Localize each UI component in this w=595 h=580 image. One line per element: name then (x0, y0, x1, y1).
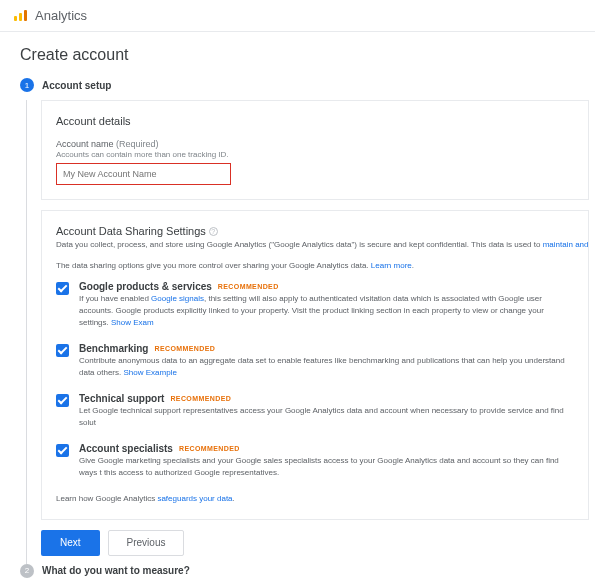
data-sharing-heading: Account Data Sharing Settings? (56, 225, 574, 237)
sharing-item-title: Technical support (79, 393, 164, 404)
step-1-header: 1 Account setup (20, 78, 589, 92)
sharing-item-desc: If you have enabled Google signals, this… (79, 293, 574, 329)
product-name: Analytics (35, 8, 87, 23)
analytics-logo-icon (14, 10, 27, 21)
sharing-item-title: Account specialists (79, 443, 173, 454)
step-2-title: What do you want to measure? (42, 565, 190, 576)
sharing-item-desc: Contribute anonymous data to an aggregat… (79, 355, 574, 379)
show-example-link[interactable]: Show Example (123, 368, 176, 377)
sharing-item-title: Benchmarking (79, 343, 148, 354)
data-sharing-sub1: Data you collect, process, and store usi… (56, 239, 574, 250)
sharing-item-title: Google products & services (79, 281, 212, 292)
step-2-header[interactable]: 2 What do you want to measure? (20, 564, 589, 578)
recommended-badge: Recommended (218, 283, 279, 290)
step-1-number: 1 (20, 78, 34, 92)
safeguards-link[interactable]: safeguards your data (157, 494, 232, 503)
recommended-badge: Recommended (170, 395, 231, 402)
account-details-card: Account details Account name (Required) … (41, 100, 589, 200)
sharing-item-desc: Let Google technical support representat… (79, 405, 574, 429)
learn-more-link[interactable]: Learn more (371, 261, 412, 270)
checkbox-technical-support[interactable] (56, 394, 69, 407)
checkbox-benchmarking[interactable] (56, 344, 69, 357)
stepper: 1 Account setup Account details Account … (20, 78, 589, 580)
top-bar: Analytics (0, 0, 595, 32)
account-details-heading: Account details (56, 115, 574, 127)
google-signals-link[interactable]: Google signals (151, 294, 204, 303)
step-buttons: Next Previous (41, 530, 589, 556)
previous-button[interactable]: Previous (108, 530, 185, 556)
account-name-hint: Accounts can contain more than one track… (56, 150, 574, 159)
sharing-item-google-products: Google products & servicesRecommended If… (56, 281, 574, 329)
help-icon[interactable]: ? (209, 227, 218, 236)
show-example-link[interactable]: Show Exam (111, 318, 154, 327)
sharing-item-desc: Give Google marketing specialists and yo… (79, 455, 574, 479)
data-sharing-sub2: The data sharing options give you more c… (56, 260, 574, 271)
account-name-label: Account name (Required) (56, 139, 574, 149)
step-1-title: Account setup (42, 80, 111, 91)
main-content: Create account 1 Account setup Account d… (0, 32, 595, 580)
data-sharing-card: Account Data Sharing Settings? Data you … (41, 210, 589, 520)
step-2-number: 2 (20, 564, 34, 578)
safeguards-footer: Learn how Google Analytics safeguards yo… (56, 493, 574, 504)
sharing-item-account-specialists: Account specialistsRecommended Give Goog… (56, 443, 574, 479)
sharing-item-technical-support: Technical supportRecommended Let Google … (56, 393, 574, 429)
maintain-protect-link[interactable]: maintain and protect (543, 240, 589, 249)
recommended-badge: Recommended (154, 345, 215, 352)
recommended-badge: Recommended (179, 445, 240, 452)
next-button[interactable]: Next (41, 530, 100, 556)
sharing-item-benchmarking: BenchmarkingRecommended Contribute anony… (56, 343, 574, 379)
checkbox-google-products[interactable] (56, 282, 69, 295)
account-name-input[interactable] (56, 163, 231, 185)
step-1-body: Account details Account name (Required) … (26, 100, 589, 564)
page-title: Create account (20, 46, 589, 64)
checkbox-account-specialists[interactable] (56, 444, 69, 457)
